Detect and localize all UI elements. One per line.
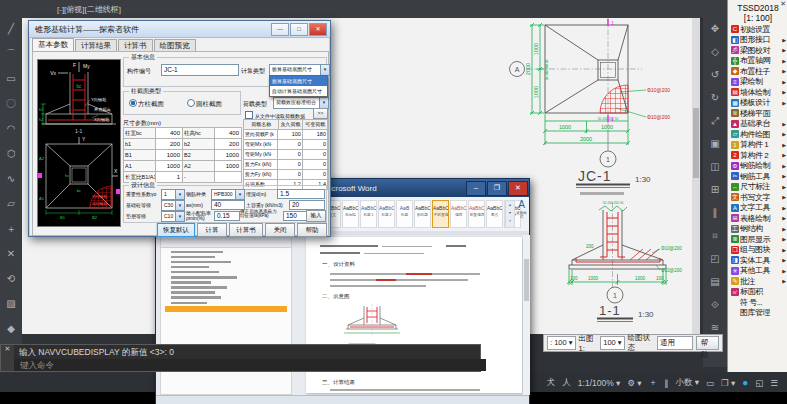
panel-item-图库管理[interactable]: 图库管理 [729, 308, 787, 318]
dialog-title-bar[interactable]: 锥形基础计算——探索者软件 — □ ✕ [29, 21, 330, 38]
units-control[interactable]: 小数 ▾ [675, 377, 699, 389]
panel-item-布置轴网[interactable]: ╬布置轴网▶ [729, 56, 787, 66]
draw-tool-icon[interactable]: ╱ [4, 22, 18, 36]
panel-item-文字工具[interactable]: A文字工具▶ [729, 203, 787, 213]
command-panel-grip[interactable]: ✕ [1, 345, 14, 371]
load-value-cell[interactable]: 0 [278, 140, 303, 150]
fa-input[interactable]: 150 [283, 211, 307, 221]
command-input[interactable]: 键入命令 [14, 359, 486, 371]
clean-screen-icon[interactable]: ◱ [755, 378, 763, 388]
panel-item-基础承台[interactable]: ▲基础承台▶ [729, 119, 787, 129]
annotation-visibility-icon[interactable]: 犬 [547, 377, 556, 389]
size-value-cell[interactable]: 1 [156, 172, 183, 183]
input-button[interactable]: 输入 [306, 210, 326, 222]
display-mode-icon[interactable]: ❐ ▾ [721, 378, 735, 388]
style-cell-不明显强调[interactable]: AaBbCcDd不明显强调 [432, 200, 449, 228]
modify-tool-icon[interactable]: ▤ [708, 275, 722, 289]
draw-tool-icon[interactable]: ⌒ [4, 47, 18, 61]
size-value-cell[interactable]: 1000 [215, 150, 242, 161]
style-cell-标题 1[interactable]: AaBbC标题 1 [360, 200, 377, 228]
panel-item-图层显示[interactable]: ≣图层显示▶ [729, 234, 787, 244]
draw-tool-icon[interactable]: ▭ [4, 72, 18, 86]
panel-item-初始设置[interactable]: C初始设置 [729, 24, 787, 34]
outline-item[interactable] [171, 261, 231, 264]
chevron-down-icon[interactable]: ▾ [320, 65, 329, 75]
outline-item[interactable] [171, 286, 227, 289]
load-value-cell[interactable]: 0 [303, 140, 328, 150]
outline-item[interactable] [171, 271, 219, 274]
steel-combo[interactable]: HPB300▾ [211, 189, 245, 200]
style-cell-标题 2[interactable]: AaBbCc标题 2 [378, 200, 395, 228]
panel-item-构件绘图[interactable]: ▱构件绘图▶ [729, 129, 787, 139]
model-layout-icon[interactable]: ▭ [706, 378, 714, 388]
cushion-combo[interactable]: C10▾ [161, 211, 185, 222]
command-line-panel[interactable]: ✕ 输入 NAVVCUBEDISPLAY 的新值 <3>: 0 键入命令 [0, 344, 481, 372]
modify-tool-icon[interactable]: ✥ [708, 22, 722, 36]
gamma-combo[interactable]: 1▾ [161, 189, 185, 200]
viewport-controls[interactable]: [-][俯视][二维线框] [57, 4, 121, 15]
load-value-cell[interactable]: 0 [278, 170, 303, 180]
modify-tool-icon[interactable]: ▣ [708, 137, 722, 151]
panel-item-算构件 1[interactable]: 1算构件 1▶ [729, 140, 787, 150]
panel-item-墙体绘制[interactable]: ▤墙体绘制▶ [729, 87, 787, 97]
panel-item-楼梯平面[interactable]: ≋楼梯平面 [729, 108, 787, 118]
outline-item[interactable] [171, 296, 221, 299]
draw-tool-icon[interactable]: ＋ [4, 222, 18, 236]
panel-item-图形接口[interactable]: ◧图形接口▶ [729, 35, 787, 45]
计算书-button[interactable]: 计算书 [229, 223, 263, 237]
draw-tool-icon[interactable]: 〇 [4, 97, 18, 111]
current-scale-combo[interactable]: : 100 ▾ [547, 336, 576, 350]
dropdown-option[interactable]: 自动计算基础底面尺寸 [270, 86, 327, 96]
帮助-button[interactable]: 帮助 [297, 223, 327, 237]
load-value-cell[interactable]: 0 [303, 170, 328, 180]
help-button[interactable]: 帮助 [696, 336, 719, 350]
outline-item[interactable] [171, 281, 211, 284]
modify-tool-icon[interactable]: ◰ [708, 252, 722, 266]
panel-item-符 号...[interactable]: 符 号... [729, 297, 787, 307]
minimize-button[interactable]: – [466, 181, 486, 196]
panel-item-梁图校对[interactable]: 彡梁图校对▶ [729, 45, 787, 55]
panel-item-书写文字[interactable]: 文书写文字▶ [729, 192, 787, 202]
tssd-panel-scale[interactable]: [1: 100] [728, 13, 787, 23]
modify-tool-icon[interactable]: ⤢ [708, 114, 722, 128]
panel-item-表格绘制[interactable]: ⊞表格绘制▶ [729, 213, 787, 223]
customization-icon[interactable]: ☰ [770, 378, 778, 388]
size-value-cell[interactable]: 200 [215, 139, 242, 150]
style-cell-标题[interactable]: AaB标题 [396, 200, 413, 228]
canvas-scrollbar[interactable] [692, 18, 700, 334]
draw-tool-icon[interactable]: ▨ [4, 297, 18, 311]
load-value-cell[interactable]: 100 [278, 130, 303, 140]
draw-tool-icon[interactable]: ✕ [4, 247, 18, 261]
outline-item[interactable] [171, 266, 209, 269]
modify-tool-icon[interactable]: ↺ [708, 68, 722, 82]
modify-tool-icon[interactable]: ◫ [708, 160, 722, 174]
load-value-cell[interactable]: 0 [303, 150, 328, 160]
maximize-button[interactable]: □ [290, 23, 308, 36]
word-scrollbar[interactable] [523, 235, 530, 395]
outline-item[interactable] [171, 251, 223, 254]
annotation-scale-control[interactable]: 1:1/100% ▾ [578, 378, 621, 388]
workspace-gear-icon[interactable]: ⚙ ▾ [627, 378, 641, 388]
close-icon[interactable]: ✕ [5, 345, 11, 352]
size-value-cell[interactable]: 1000 [215, 161, 242, 172]
close-icon[interactable]: ✕ [780, 0, 786, 8]
panel-item-尺寸标注[interactable]: ↔尺寸标注▶ [729, 182, 787, 192]
draw-tool-icon[interactable]: ⬡ [4, 147, 18, 161]
draw-tool-icon[interactable]: ⟲ [4, 272, 18, 286]
style-cell-副标题[interactable]: AaBbCc.副标题 [414, 200, 431, 228]
style-cell-强调[interactable]: AaBbCcDd强调 [450, 200, 467, 228]
dropdown-option[interactable]: 验算基础底面尺寸 [270, 76, 327, 86]
chevron-down-icon[interactable]: ▾ [319, 98, 328, 108]
size-value-cell[interactable]: 200 [156, 139, 183, 150]
panel-item-楼板设计[interactable]: ▦楼板设计▶ [729, 98, 787, 108]
modify-tool-icon[interactable]: ≋ [708, 321, 722, 335]
modify-tool-icon[interactable]: ⊞ [708, 183, 722, 197]
outline-item-selected[interactable] [165, 306, 287, 312]
plot-scale-combo[interactable]: 100 ▾ [600, 336, 624, 350]
isolate-objects-icon[interactable]: ∥ [664, 378, 668, 388]
scrollbar-thumb[interactable] [524, 259, 529, 301]
panel-item-算构件 2[interactable]: 2算构件 2▶ [729, 150, 787, 160]
round-column-radio[interactable]: 圆柱截面 [187, 99, 222, 109]
panel-item-钢筋绘制[interactable]: Φ钢筋绘制▶ [729, 161, 787, 171]
outline-item[interactable] [171, 276, 237, 279]
